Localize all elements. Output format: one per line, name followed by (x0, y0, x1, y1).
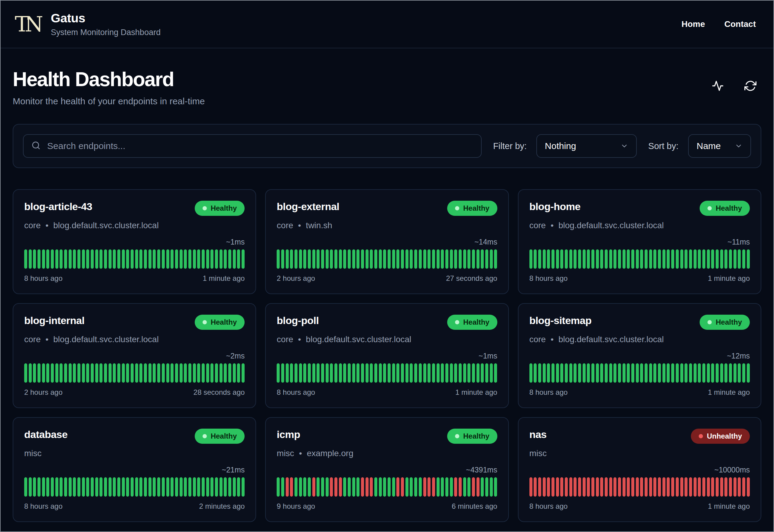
uptime-bar[interactable] (303, 363, 306, 383)
uptime-bar[interactable] (401, 477, 404, 497)
uptime-bar[interactable] (69, 477, 72, 497)
uptime-bar[interactable] (729, 363, 732, 383)
uptime-bar[interactable] (144, 477, 147, 497)
uptime-bar[interactable] (578, 363, 581, 383)
uptime-bar[interactable] (645, 477, 648, 497)
uptime-bar[interactable] (437, 363, 440, 383)
uptime-bar[interactable] (77, 363, 80, 383)
uptime-bar[interactable] (242, 363, 245, 383)
uptime-bar[interactable] (547, 363, 550, 383)
uptime-bar[interactable] (171, 477, 174, 497)
uptime-bar[interactable] (206, 477, 209, 497)
uptime-bar[interactable] (348, 477, 351, 497)
uptime-bar[interactable] (343, 363, 346, 383)
uptime-bar[interactable] (356, 249, 359, 269)
uptime-bar[interactable] (733, 363, 737, 383)
uptime-bar[interactable] (321, 477, 324, 497)
uptime-bar[interactable] (392, 249, 395, 269)
uptime-bar[interactable] (184, 249, 187, 269)
uptime-bar[interactable] (157, 249, 160, 269)
uptime-bar[interactable] (334, 249, 337, 269)
uptime-bar[interactable] (126, 363, 129, 383)
uptime-bar[interactable] (356, 363, 359, 383)
uptime-bar[interactable] (396, 477, 399, 497)
uptime-bar[interactable] (472, 477, 475, 497)
uptime-bar[interactable] (676, 363, 679, 383)
uptime-bar[interactable] (720, 249, 723, 269)
uptime-bar[interactable] (197, 477, 200, 497)
uptime-bar[interactable] (574, 477, 577, 497)
uptime-bar[interactable] (175, 477, 178, 497)
uptime-bar[interactable] (330, 363, 333, 383)
uptime-bar[interactable] (379, 477, 382, 497)
uptime-bar[interactable] (658, 249, 661, 269)
uptime-bar[interactable] (627, 363, 630, 383)
uptime-bar[interactable] (551, 249, 554, 269)
uptime-bar[interactable] (547, 477, 550, 497)
activity-button[interactable] (712, 80, 724, 92)
uptime-bar[interactable] (64, 249, 67, 269)
uptime-bar[interactable] (361, 249, 364, 269)
uptime-bar[interactable] (286, 477, 289, 497)
uptime-bar[interactable] (538, 477, 541, 497)
uptime-bar[interactable] (180, 363, 183, 383)
uptime-bar[interactable] (645, 249, 648, 269)
uptime-bar[interactable] (326, 477, 329, 497)
uptime-bar[interactable] (339, 363, 342, 383)
uptime-bar[interactable] (450, 249, 453, 269)
uptime-bar[interactable] (618, 363, 621, 383)
uptime-bar[interactable] (680, 477, 683, 497)
uptime-bar[interactable] (366, 363, 369, 383)
uptime-bar[interactable] (481, 249, 484, 269)
uptime-bar[interactable] (388, 249, 391, 269)
uptime-bar[interactable] (720, 363, 723, 383)
uptime-bar[interactable] (591, 363, 594, 383)
uptime-bar[interactable] (224, 363, 227, 383)
refresh-button[interactable] (744, 80, 756, 92)
uptime-bar[interactable] (689, 249, 692, 269)
uptime-bar[interactable] (144, 249, 147, 269)
uptime-bar[interactable] (556, 477, 559, 497)
uptime-bar[interactable] (117, 477, 120, 497)
uptime-bar[interactable] (529, 363, 532, 383)
uptime-bar[interactable] (33, 477, 36, 497)
uptime-bar[interactable] (698, 249, 701, 269)
uptime-bar[interactable] (437, 477, 440, 497)
uptime-bar[interactable] (348, 249, 351, 269)
uptime-bar[interactable] (729, 249, 732, 269)
uptime-bar[interactable] (69, 249, 72, 269)
uptime-bar[interactable] (454, 363, 457, 383)
uptime-bar[interactable] (370, 249, 373, 269)
uptime-bar[interactable] (716, 249, 719, 269)
endpoint-card[interactable]: database Healthy misc ~21ms 8 hours ago … (13, 417, 256, 522)
uptime-bar[interactable] (623, 477, 626, 497)
uptime-bar[interactable] (401, 249, 404, 269)
uptime-bar[interactable] (738, 363, 741, 383)
uptime-bar[interactable] (294, 249, 298, 269)
uptime-bar[interactable] (423, 477, 426, 497)
uptime-bar[interactable] (392, 477, 395, 497)
uptime-bar[interactable] (702, 477, 705, 497)
uptime-bar[interactable] (148, 249, 151, 269)
uptime-bar[interactable] (441, 477, 444, 497)
uptime-bar[interactable] (543, 477, 546, 497)
uptime-bar[interactable] (445, 477, 448, 497)
uptime-bar[interactable] (242, 249, 245, 269)
uptime-bar[interactable] (184, 477, 187, 497)
uptime-bar[interactable] (481, 363, 484, 383)
uptime-bar[interactable] (613, 249, 616, 269)
uptime-bar[interactable] (242, 477, 245, 497)
uptime-bar[interactable] (671, 363, 674, 383)
uptime-bar[interactable] (578, 477, 581, 497)
uptime-bar[interactable] (286, 249, 289, 269)
uptime-bar[interactable] (308, 249, 311, 269)
uptime-bar[interactable] (37, 477, 41, 497)
uptime-bar[interactable] (720, 477, 723, 497)
uptime-bar[interactable] (600, 363, 603, 383)
uptime-bar[interactable] (343, 249, 346, 269)
uptime-bar[interactable] (636, 363, 639, 383)
uptime-bar[interactable] (290, 477, 293, 497)
uptime-bar[interactable] (24, 363, 27, 383)
uptime-bar[interactable] (694, 249, 697, 269)
uptime-bar[interactable] (428, 249, 431, 269)
